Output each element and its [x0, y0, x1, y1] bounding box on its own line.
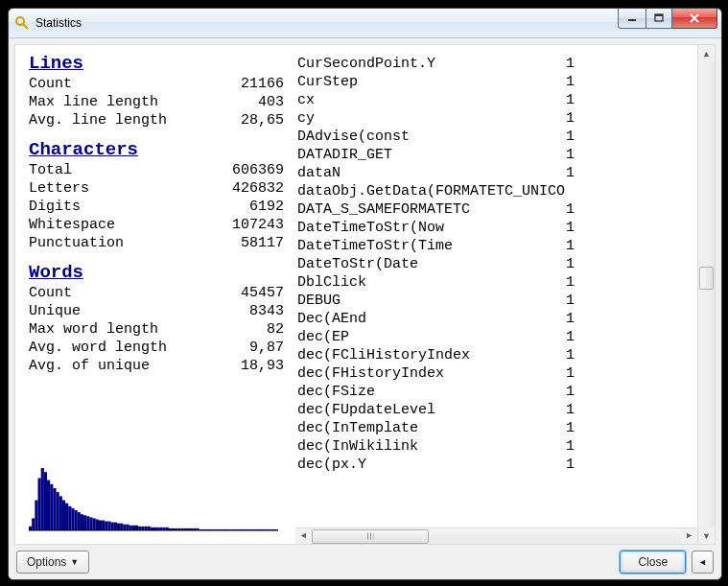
minimize-button[interactable]	[618, 9, 646, 29]
wordlist-word: CurStep	[297, 73, 566, 91]
wordlist-row[interactable]: DblClick1	[297, 273, 681, 292]
wordlist-row[interactable]: DEBUG1	[297, 292, 681, 310]
wordlist-count: 1	[566, 255, 575, 273]
options-button[interactable]: Options ▼	[16, 551, 89, 574]
svg-rect-25	[89, 517, 92, 530]
svg-rect-10	[44, 472, 47, 530]
stat-label: Avg. of unique	[29, 357, 150, 375]
svg-rect-39	[132, 526, 135, 530]
wordlist-row[interactable]: dec(FSize1	[297, 383, 681, 401]
svg-rect-22	[81, 514, 83, 530]
lines-heading: Lines	[29, 55, 284, 73]
wordlist-row[interactable]: cy1	[297, 109, 681, 128]
stat-value: 9,87	[167, 339, 284, 357]
v-scroll-thumb[interactable]	[699, 267, 714, 290]
wordlist-count: 1	[566, 146, 575, 164]
characters-heading: Characters	[29, 141, 284, 159]
h-scroll-track[interactable]	[312, 528, 681, 545]
svg-rect-17	[65, 504, 68, 530]
buttonbar: Options ▼ Close ◄	[9, 545, 721, 579]
scroll-down-icon[interactable]: ▼	[698, 527, 715, 544]
wordlist-count: 1	[566, 401, 575, 419]
close-window-button[interactable]	[672, 9, 717, 29]
scroll-left-icon[interactable]: ◄	[295, 528, 312, 545]
stat-row: Avg. word length9,87	[29, 339, 284, 357]
wordlist-row[interactable]: CurStep1	[297, 73, 681, 91]
wordlist-row[interactable]: dataN1	[297, 164, 681, 182]
wordlist-count: 1	[566, 200, 575, 219]
v-scroll-track[interactable]	[698, 61, 715, 527]
wordlist-row[interactable]: CurSecondPoint.Y1	[297, 55, 681, 73]
svg-rect-36	[123, 525, 126, 530]
stat-row: Total606369	[29, 161, 284, 179]
svg-rect-32	[111, 523, 114, 530]
wordlist-row[interactable]: Dec(AEnd1	[297, 310, 681, 328]
wordlist-count: 1	[566, 273, 575, 292]
wordlist-row[interactable]: DateTimeToStr(Time1	[297, 237, 681, 255]
stat-value: 82	[158, 320, 284, 339]
close-button-label: Close	[638, 555, 668, 569]
wordlist-row[interactable]: dec(FHistoryIndex1	[297, 364, 681, 383]
scroll-right-icon[interactable]: ►	[681, 528, 697, 545]
wordlist-word: DblClick	[297, 273, 566, 292]
svg-rect-7	[35, 501, 37, 530]
stat-label: Total	[29, 161, 72, 179]
window: Statistics Lines Count21166Max line leng…	[8, 8, 722, 580]
wordlist-row[interactable]: DAdvise(const1	[297, 128, 681, 146]
svg-rect-30	[105, 522, 107, 530]
wordlist-word: DateTimeToStr(Now	[297, 219, 566, 237]
stat-row: Digits6192	[29, 198, 284, 216]
wordlist-row[interactable]: dec(InTemplate1	[297, 419, 681, 437]
words-section: Words Count45457Unique8343Max word lengt…	[29, 264, 284, 375]
titlebar[interactable]: Statistics	[9, 9, 721, 38]
wordlist-word: DATA_S_SAMEFORMATETC	[297, 200, 566, 219]
wordlist[interactable]: CurSecondPoint.Y1CurStep1cx1cy1DAdvise(c…	[295, 45, 697, 527]
wordlist-row[interactable]: dec(InWikilink1	[297, 437, 681, 456]
wordlist-panel: CurSecondPoint.Y1CurStep1cx1cy1DAdvise(c…	[295, 45, 697, 544]
wordlist-word: DateTimeToStr(Time	[297, 237, 566, 255]
svg-rect-37	[126, 525, 129, 530]
scroll-up-icon[interactable]: ▲	[698, 45, 715, 61]
stat-label: Max word length	[29, 320, 158, 339]
stat-label: Letters	[29, 179, 89, 198]
stat-row: Punctuation58117	[29, 234, 284, 252]
wordlist-row[interactable]: DateToStr(Date1	[297, 255, 681, 273]
wordlist-h-scrollbar[interactable]: ◄ ►	[295, 527, 697, 544]
stat-row: Whitespace107243	[29, 216, 284, 234]
stat-value: 6192	[81, 198, 284, 216]
wordlist-word: dec(InWikilink	[297, 437, 566, 456]
options-button-label: Options	[27, 555, 66, 569]
wordlist-row[interactable]: dec(FUpdateLevel1	[297, 401, 681, 419]
svg-rect-40	[135, 526, 138, 530]
wordlist-word: dec(FUpdateLevel	[297, 401, 566, 419]
stat-row: Max word length82	[29, 320, 284, 339]
stat-value: 28,65	[167, 111, 284, 129]
maximize-button[interactable]	[646, 9, 672, 29]
content-v-scrollbar[interactable]: ▲ ▼	[697, 45, 715, 544]
wordlist-row[interactable]: dec(EP1	[297, 328, 681, 346]
wordlist-row[interactable]: DATA_S_SAMEFORMATETC1	[297, 200, 681, 219]
svg-rect-8	[38, 478, 41, 530]
h-scroll-thumb[interactable]	[312, 529, 429, 544]
svg-rect-33	[114, 523, 117, 530]
svg-rect-14	[57, 492, 59, 530]
wordlist-row[interactable]: cx1	[297, 91, 681, 109]
wordlist-row[interactable]: dataObj.GetData(FORMATETC_UNICODE	[297, 182, 681, 200]
wordlist-row[interactable]: DateTimeToStr(Now1	[297, 219, 681, 237]
wordlist-word: cx	[297, 91, 566, 109]
wordlist-count: 1	[566, 237, 575, 255]
close-button[interactable]: Close	[620, 551, 686, 574]
svg-rect-20	[75, 510, 78, 530]
stat-label: Max line length	[29, 93, 158, 111]
wordlist-row[interactable]: dec(FCliHistoryIndex1	[297, 346, 681, 364]
collapse-button[interactable]: ◄	[692, 551, 714, 574]
wordlist-word: dataObj.GetData(FORMATETC_UNICODE	[297, 182, 566, 200]
wordlist-word: DAdvise(const	[297, 128, 566, 146]
lines-section: Lines Count21166Max line length403Avg. l…	[29, 55, 284, 129]
wordlist-row[interactable]: DATADIR_GET1	[297, 146, 681, 164]
svg-rect-6	[32, 518, 35, 530]
wordlist-count: 1	[566, 91, 575, 109]
wordlist-row[interactable]: dec(px.Y1	[297, 456, 681, 474]
svg-point-0	[16, 17, 24, 25]
svg-rect-38	[129, 526, 132, 530]
